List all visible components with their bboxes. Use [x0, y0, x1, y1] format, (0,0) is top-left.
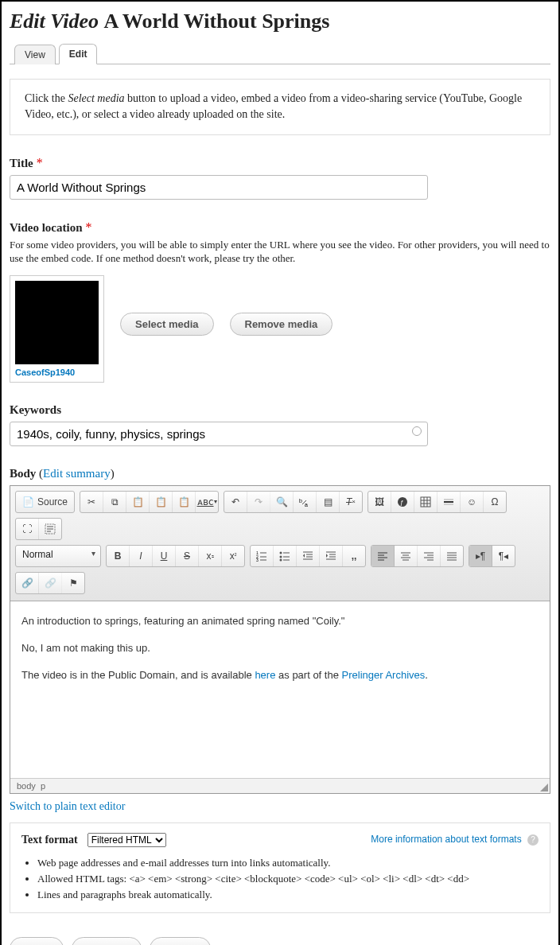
blockquote-button[interactable]: ,,: [343, 546, 365, 566]
svg-text:ƒ: ƒ: [400, 499, 403, 506]
svg-rect-4: [421, 497, 430, 507]
keywords-input[interactable]: [10, 422, 428, 446]
preview-button[interactable]: Preview: [72, 937, 141, 945]
svg-text:a: a: [305, 502, 308, 508]
select-all-button[interactable]: ▤: [317, 492, 340, 512]
special-char-button[interactable]: Ω: [484, 492, 506, 512]
body-label: Body (Edit summary): [10, 467, 550, 480]
switch-editor-link[interactable]: Switch to plain text editor: [10, 800, 125, 812]
italic-button[interactable]: I: [130, 546, 153, 566]
underline-button[interactable]: U: [153, 546, 176, 566]
replace-button[interactable]: ba: [294, 492, 317, 512]
image-button[interactable]: 🖼: [368, 492, 391, 512]
text-format-select[interactable]: Filtered HTML: [88, 833, 166, 847]
save-button[interactable]: Save: [10, 937, 64, 945]
horizontal-rule-button[interactable]: [438, 492, 461, 512]
edit-summary-link[interactable]: Edit summary: [43, 467, 111, 480]
video-location-help: For some video providers, you will be ab…: [10, 238, 550, 266]
align-right-button[interactable]: [418, 546, 441, 566]
bullet-list-button[interactable]: [274, 546, 297, 566]
align-center-button[interactable]: [395, 546, 418, 566]
autocomplete-throbber-icon: [412, 426, 422, 436]
more-info-link[interactable]: More information about text formats: [371, 834, 521, 845]
intro-box: Click the Select media button to upload …: [10, 79, 550, 135]
text-format-label: Text format: [21, 834, 78, 846]
copy-button[interactable]: ⧉: [103, 492, 126, 512]
video-location-label: Video location *: [10, 220, 550, 235]
remove-format-button[interactable]: T×: [340, 492, 362, 512]
editor-content[interactable]: An introduction to springs, featuring an…: [10, 601, 550, 778]
editor-path-bar: body p: [10, 778, 550, 793]
rich-text-editor: 📄Source ✂ ⧉ 📋 📋 📋 ᴀʙᴄ▾ ↶ ↷ 🔍 ba ▤ T× 🖼 ƒ: [10, 485, 550, 794]
spellcheck-button[interactable]: ᴀʙᴄ▾: [196, 492, 218, 512]
paste-button[interactable]: 📋: [126, 492, 150, 512]
keywords-label: Keywords: [10, 403, 550, 417]
format-tips: Web page addresses and e-mail addresses …: [21, 855, 539, 903]
anchor-flag-button[interactable]: ⚑: [62, 573, 84, 593]
title-label: Title *: [10, 156, 550, 170]
format-select[interactable]: Normal: [15, 545, 101, 567]
smiley-button[interactable]: ☺: [461, 492, 484, 512]
align-left-button[interactable]: [371, 546, 395, 566]
svg-point-24: [280, 555, 282, 558]
indent-button[interactable]: [320, 546, 343, 566]
undo-button[interactable]: ↶: [224, 492, 247, 512]
text-format-box: Text format Filtered HTML More informati…: [10, 822, 550, 913]
rtl-button[interactable]: ¶◂: [492, 546, 515, 566]
maximize-button[interactable]: ⛶: [16, 519, 39, 539]
align-justify-button[interactable]: [441, 546, 463, 566]
page-title: Edit Video A World Without Springs: [10, 10, 550, 33]
cut-button[interactable]: ✂: [80, 492, 103, 512]
paste-text-button[interactable]: 📋: [150, 492, 173, 512]
body-link-prelinger[interactable]: Prelinger Archives: [342, 669, 426, 681]
media-thumbnail-wrap[interactable]: CaseofSp1940: [10, 275, 104, 383]
subscript-button[interactable]: x₂: [199, 546, 222, 566]
outdent-button[interactable]: [297, 546, 320, 566]
svg-point-22: [280, 551, 282, 554]
media-thumbnail: [15, 281, 99, 364]
page-title-name: A World Without Springs: [103, 10, 329, 33]
tab-edit[interactable]: Edit: [59, 44, 98, 64]
media-caption[interactable]: CaseofSp1940: [15, 368, 99, 377]
title-input[interactable]: [10, 175, 428, 200]
page-title-prefix: Edit Video: [10, 10, 99, 33]
ltr-button[interactable]: ▸¶: [469, 546, 492, 566]
paste-word-button[interactable]: 📋: [173, 492, 196, 512]
source-button[interactable]: 📄Source: [16, 492, 74, 512]
flash-button[interactable]: ƒ: [391, 492, 414, 512]
find-button[interactable]: 🔍: [270, 492, 294, 512]
link-button[interactable]: 🔗: [16, 573, 39, 593]
show-blocks-button[interactable]: [39, 519, 61, 539]
editor-toolbar: 📄Source ✂ ⧉ 📋 📋 📋 ᴀʙᴄ▾ ↶ ↷ 🔍 ba ▤ T× 🖼 ƒ: [10, 486, 550, 601]
svg-point-26: [280, 558, 282, 561]
strike-button[interactable]: S: [176, 546, 199, 566]
unlink-button[interactable]: 🔗: [39, 573, 62, 593]
select-media-button[interactable]: Select media: [120, 313, 214, 336]
svg-text:3: 3: [256, 558, 259, 562]
bold-button[interactable]: B: [107, 546, 130, 566]
redo-button[interactable]: ↷: [247, 492, 270, 512]
numbered-list-button[interactable]: 123: [251, 546, 274, 566]
superscript-button[interactable]: x²: [222, 546, 244, 566]
svg-text:b: b: [299, 498, 302, 504]
delete-button[interactable]: Delete: [150, 937, 211, 945]
table-button[interactable]: [414, 492, 438, 512]
remove-media-button[interactable]: Remove media: [230, 313, 333, 336]
tabs: View Edit: [10, 43, 550, 64]
body-link-here[interactable]: here: [255, 669, 275, 681]
tab-view[interactable]: View: [14, 45, 56, 64]
help-icon[interactable]: ?: [527, 834, 539, 846]
